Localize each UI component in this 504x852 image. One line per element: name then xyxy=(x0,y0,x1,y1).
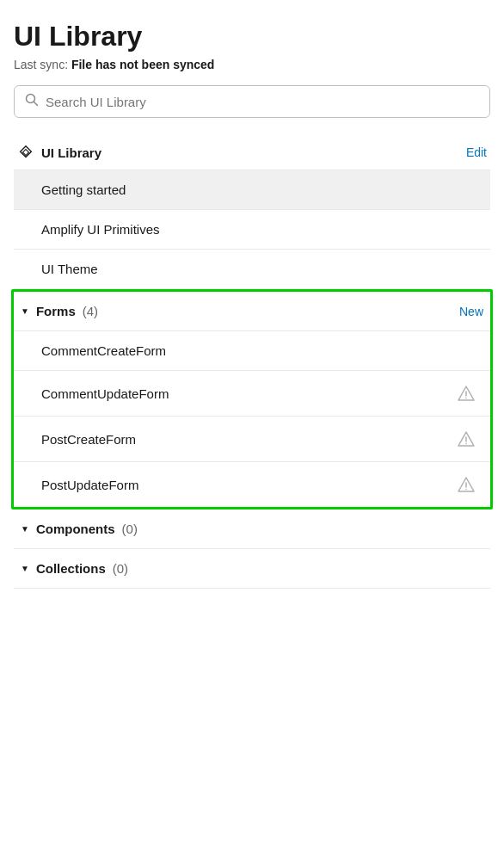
search-icon xyxy=(25,93,39,110)
form-item-post-create[interactable]: PostCreateForm xyxy=(14,416,490,461)
form-item-label: PostCreateForm xyxy=(41,432,136,447)
library-section-header: UI Library Edit xyxy=(14,135,490,170)
warning-icon xyxy=(456,429,476,449)
diamond-icon xyxy=(17,144,34,161)
sync-status: Last sync: File has not been synced xyxy=(14,58,490,71)
components-count: (0) xyxy=(122,522,138,536)
svg-point-12 xyxy=(465,489,467,491)
forms-group-header[interactable]: ▼ Forms (4) New xyxy=(14,292,490,330)
ui-library-panel: UI Library Last sync: File has not been … xyxy=(0,0,504,609)
form-item-label: CommentCreateForm xyxy=(41,343,166,358)
components-title: Components xyxy=(36,522,115,536)
svg-line-1 xyxy=(34,102,38,106)
sync-status-value: File has not been synced xyxy=(71,58,215,71)
forms-group-left: ▼ Forms (4) xyxy=(21,304,98,318)
forms-count: (4) xyxy=(83,304,98,318)
form-item-label: CommentUpdateForm xyxy=(41,386,169,401)
search-bar[interactable] xyxy=(14,85,490,118)
collections-group-header[interactable]: ▼ Collections (0) xyxy=(14,549,490,589)
form-item-comment-create[interactable]: CommentCreateForm xyxy=(14,330,490,370)
components-section: ▼ Components (0) xyxy=(14,509,490,549)
warning-icon xyxy=(456,383,476,404)
sync-status-prefix: Last sync: xyxy=(14,58,71,71)
nav-item-label: Getting started xyxy=(41,182,126,197)
collections-group-left: ▼ Collections (0) xyxy=(21,561,128,576)
forms-triangle-icon: ▼ xyxy=(21,306,29,316)
components-triangle-icon: ▼ xyxy=(21,524,29,534)
form-item-post-update[interactable]: PostUpdateForm xyxy=(14,461,490,507)
forms-new-badge: New xyxy=(459,305,483,318)
svg-point-9 xyxy=(465,443,467,445)
nav-item-label: Amplify UI Primitives xyxy=(41,222,160,237)
nav-item-getting-started[interactable]: Getting started xyxy=(14,170,490,210)
forms-title: Forms xyxy=(36,304,76,318)
warning-icon xyxy=(456,474,476,495)
nav-item-label: UI Theme xyxy=(41,262,98,276)
svg-point-6 xyxy=(465,398,467,399)
form-item-comment-update[interactable]: CommentUpdateForm xyxy=(14,370,490,416)
search-input[interactable] xyxy=(46,95,479,109)
library-section-left: UI Library xyxy=(17,144,101,161)
forms-section: ▼ Forms (4) New CommentCreateForm Commen… xyxy=(11,289,493,509)
nav-item-amplify-ui[interactable]: Amplify UI Primitives xyxy=(14,210,490,250)
collections-section: ▼ Collections (0) xyxy=(14,549,490,589)
components-group-left: ▼ Components (0) xyxy=(21,522,138,536)
collections-count: (0) xyxy=(113,561,128,576)
components-group-header[interactable]: ▼ Components (0) xyxy=(14,509,490,549)
nav-item-ui-theme[interactable]: UI Theme xyxy=(14,250,490,289)
collections-title: Collections xyxy=(36,561,106,576)
collections-triangle-icon: ▼ xyxy=(21,564,29,573)
page-title: UI Library xyxy=(14,21,490,52)
library-section-title: UI Library xyxy=(41,145,101,160)
form-item-label: PostUpdateForm xyxy=(41,478,138,492)
edit-link[interactable]: Edit xyxy=(466,145,487,159)
